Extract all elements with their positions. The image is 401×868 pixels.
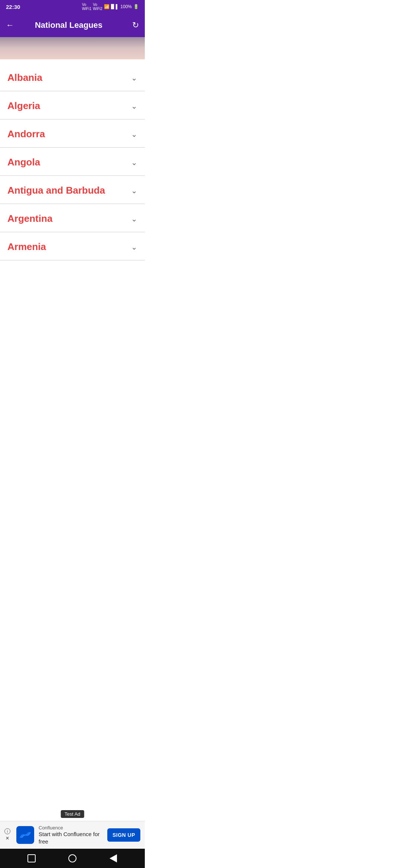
country-name: Albania xyxy=(7,72,42,83)
list-item[interactable]: Antigua and Barbuda ⌄ xyxy=(0,176,145,204)
status-icons: VoWiFi1 VoWiFi2 📶 ▉ ▌ 100% 🔋 xyxy=(82,3,139,11)
vowifi2-icon: VoWiFi2 xyxy=(93,3,102,11)
chevron-down-icon: ⌄ xyxy=(131,158,137,167)
list-item[interactable]: Andorra ⌄ xyxy=(0,119,145,148)
chevron-down-icon: ⌄ xyxy=(131,130,137,139)
battery-icon: 🔋 xyxy=(133,4,139,9)
chevron-down-icon: ⌄ xyxy=(131,73,137,82)
country-name: Algeria xyxy=(7,100,40,112)
refresh-button[interactable]: ↻ xyxy=(132,20,139,30)
signal1-icon: ▉ xyxy=(111,4,114,9)
list-item[interactable]: Angola ⌄ xyxy=(0,148,145,176)
country-name: Antigua and Barbuda xyxy=(7,185,105,196)
app-header: ← National Leagues ↻ xyxy=(0,13,145,37)
list-item[interactable]: Algeria ⌄ xyxy=(0,91,145,119)
list-item[interactable]: Argentina ⌄ xyxy=(0,204,145,232)
page-title: National Leagues xyxy=(5,20,132,30)
list-item[interactable]: Armenia ⌄ xyxy=(0,232,145,260)
signal2-icon: ▌ xyxy=(116,4,119,9)
chevron-down-icon: ⌄ xyxy=(131,186,137,195)
battery-text: 100% xyxy=(120,4,132,9)
chevron-down-icon: ⌄ xyxy=(131,102,137,111)
wifi-icon: 📶 xyxy=(104,4,110,9)
banner-image xyxy=(0,37,145,59)
status-time: 22:30 xyxy=(6,4,20,10)
list-item[interactable]: Albania ⌄ xyxy=(0,63,145,91)
chevron-down-icon: ⌄ xyxy=(131,214,137,223)
country-name: Andorra xyxy=(7,128,45,140)
country-list: Albania ⌄ Algeria ⌄ Andorra ⌄ Angola ⌄ A… xyxy=(0,59,145,320)
country-name: Argentina xyxy=(7,213,52,224)
country-name: Armenia xyxy=(7,241,46,253)
country-name: Angola xyxy=(7,157,40,168)
chevron-down-icon: ⌄ xyxy=(131,243,137,251)
vowifi1-icon: VoWiFi1 xyxy=(82,3,92,11)
status-bar: 22:30 VoWiFi1 VoWiFi2 📶 ▉ ▌ 100% 🔋 xyxy=(0,0,145,13)
